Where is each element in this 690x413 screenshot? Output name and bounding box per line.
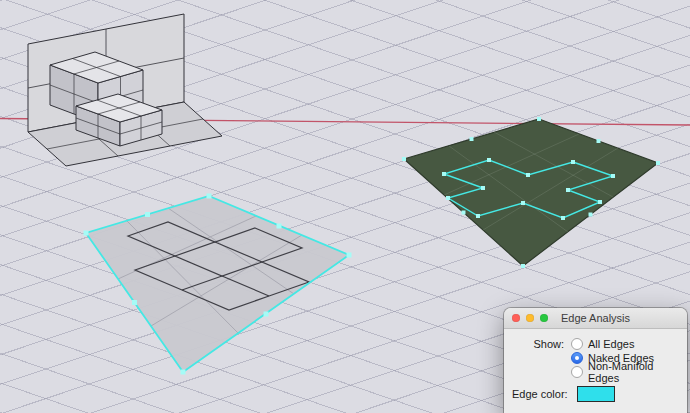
edge-color-swatch[interactable] [577, 386, 615, 402]
boxes-model[interactable] [28, 14, 222, 166]
show-options: All Edges Naked Edges Non-Manifold Edges [571, 337, 687, 379]
edge-color-row: Edge color: [512, 386, 615, 402]
radio-non-manifold-edges-icon [571, 366, 583, 378]
radio-all-edges[interactable]: All Edges [571, 337, 687, 351]
zoom-icon[interactable] [540, 314, 548, 322]
radio-all-edges-icon [571, 338, 583, 350]
edge-color-label: Edge color: [512, 388, 568, 400]
unrolled-surface[interactable] [84, 194, 352, 375]
close-icon[interactable] [512, 314, 520, 322]
minimize-icon[interactable] [526, 314, 534, 322]
radio-non-manifold-edges[interactable]: Non-Manifold Edges [571, 365, 687, 379]
radio-all-edges-label: All Edges [588, 338, 634, 350]
analysis-surface[interactable] [402, 117, 660, 268]
radio-naked-edges-icon [571, 352, 583, 364]
dialog-titlebar[interactable]: Edge Analysis [504, 308, 687, 329]
radio-non-manifold-edges-label: Non-Manifold Edges [588, 360, 687, 384]
viewport[interactable]: Edge Analysis Show: All Edges Naked Edge… [0, 0, 690, 413]
show-label: Show: [504, 337, 564, 351]
edge-analysis-dialog: Edge Analysis Show: All Edges Naked Edge… [504, 308, 687, 413]
